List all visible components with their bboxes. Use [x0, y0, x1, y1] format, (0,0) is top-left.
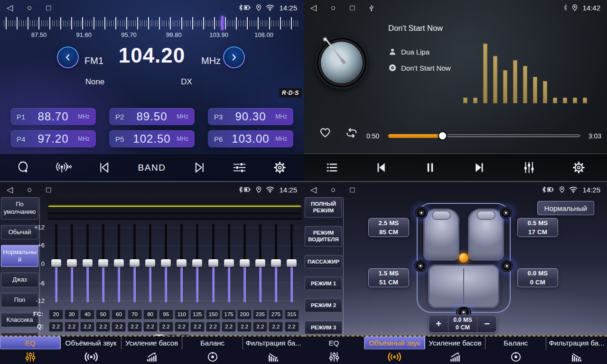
- album-art[interactable]: [315, 36, 368, 89]
- q-value-box[interactable]: 2.2: [159, 322, 173, 332]
- previous-button[interactable]: [374, 161, 388, 174]
- tab-bass-boost[interactable]: Усиление басов: [121, 337, 182, 364]
- back-nav-icon[interactable]: ◁: [310, 4, 317, 12]
- settings-button[interactable]: [572, 161, 586, 174]
- eq-band-slider[interactable]: [159, 224, 174, 302]
- slider-knob[interactable]: [271, 259, 281, 267]
- preset-button-p2[interactable]: P289.50MHz: [109, 108, 195, 125]
- listening-position-marker[interactable]: [459, 253, 468, 263]
- slider-knob[interactable]: [208, 259, 218, 267]
- eq-band-slider[interactable]: [190, 224, 205, 302]
- fc-value-box[interactable]: 275: [269, 309, 283, 319]
- preset-button-p4[interactable]: P497.20MHz: [10, 130, 96, 147]
- fc-value-box[interactable]: 200: [237, 309, 252, 319]
- home-nav-icon[interactable]: ○: [27, 186, 32, 194]
- settings-button[interactable]: [273, 161, 287, 174]
- q-value-box[interactable]: 2.2: [96, 322, 110, 332]
- tab-balance[interactable]: Баланс: [182, 337, 243, 364]
- eq-band-slider[interactable]: [205, 224, 221, 302]
- q-value-box[interactable]: 2.2: [49, 322, 63, 332]
- eq-band-slider[interactable]: [64, 224, 79, 302]
- next-button[interactable]: [472, 161, 486, 174]
- fc-value-box[interactable]: 315: [285, 309, 299, 319]
- home-nav-icon[interactable]: ○: [331, 186, 336, 194]
- q-value-box[interactable]: 2.2: [80, 322, 94, 332]
- tab-crossover-filter[interactable]: Фильтрация ба...: [243, 337, 304, 364]
- slider-knob[interactable]: [177, 259, 187, 267]
- slider-knob[interactable]: [240, 259, 250, 267]
- fc-value-box[interactable]: 150: [206, 309, 220, 319]
- slider-knob[interactable]: [114, 259, 124, 267]
- fc-value-box[interactable]: 175: [222, 309, 236, 319]
- q-value-box[interactable]: 2.2: [206, 322, 220, 332]
- q-value-box[interactable]: 2.2: [190, 322, 205, 332]
- eq-band-slider[interactable]: [111, 224, 126, 302]
- eq-band-slider[interactable]: [80, 224, 95, 302]
- q-value-box[interactable]: 2.2: [112, 322, 126, 332]
- mode-item-2[interactable]: РЕЖИМ ВОДИТЕЛЯ: [305, 226, 342, 246]
- slider-knob[interactable]: [51, 259, 61, 267]
- mode-item-4[interactable]: РЕЖИМ 1: [305, 277, 342, 290]
- q-value-box[interactable]: 2.2: [269, 322, 283, 332]
- slider-knob[interactable]: [67, 259, 77, 267]
- q-value-box[interactable]: 2.2: [128, 322, 142, 332]
- q-value-box[interactable]: 2.2: [175, 322, 189, 332]
- slider-knob[interactable]: [224, 259, 234, 267]
- eq-band-slider[interactable]: [48, 224, 64, 302]
- slider-knob[interactable]: [287, 259, 297, 267]
- q-value-box[interactable]: 2.2: [143, 322, 158, 332]
- preset-button-p3[interactable]: P390.30MHz: [208, 108, 293, 125]
- frequency-dial[interactable]: 87.5091.6095.7099.80103.90108.00: [0, 16, 304, 39]
- eq-band-slider[interactable]: [174, 224, 189, 302]
- delay-decrease-button[interactable]: −: [477, 315, 496, 332]
- profile-button[interactable]: Нормальный: [537, 201, 594, 215]
- next-button[interactable]: [192, 161, 206, 174]
- preset-button-p1[interactable]: P188.70MHz: [10, 108, 96, 125]
- search-button[interactable]: [17, 161, 30, 174]
- rear-left-delay-button[interactable]: 1.5 MS 51 CM: [368, 268, 409, 287]
- fc-value-box[interactable]: 70: [128, 309, 142, 319]
- favorite-button[interactable]: [318, 125, 332, 138]
- tab-bass-boost[interactable]: Усиление басов: [425, 337, 486, 364]
- fc-value-box[interactable]: 80: [143, 309, 158, 319]
- q-value-box[interactable]: 2.2: [285, 322, 299, 332]
- eq-band-slider[interactable]: [268, 224, 283, 302]
- rear-right-delay-button[interactable]: 0.0 MS 0 CM: [517, 268, 558, 287]
- slider-knob[interactable]: [255, 259, 265, 267]
- slider-knob[interactable]: [83, 259, 93, 267]
- q-value-box[interactable]: 2.2: [237, 322, 252, 332]
- home-nav-icon[interactable]: ○: [331, 4, 336, 12]
- back-nav-icon[interactable]: ◁: [310, 186, 317, 194]
- fc-value-box[interactable]: 125: [190, 309, 205, 319]
- repeat-button[interactable]: [345, 127, 359, 139]
- tab-surround-sound[interactable]: Объёмный звук: [364, 337, 425, 364]
- eq-band-slider[interactable]: [284, 224, 299, 302]
- mode-item-3[interactable]: ПАССАЖИР: [305, 255, 342, 268]
- playlist-button[interactable]: [325, 161, 339, 174]
- front-left-delay-button[interactable]: 2.5 MS 85 CM: [368, 218, 409, 237]
- eq-band-slider[interactable]: [221, 224, 236, 302]
- recents-nav-icon[interactable]: □: [350, 186, 355, 194]
- eq-band-slider[interactable]: [143, 224, 158, 302]
- preset-button-p6[interactable]: P6103.00MHz: [208, 130, 293, 147]
- equalizer-button[interactable]: [522, 161, 536, 174]
- fc-value-box[interactable]: 95: [159, 309, 173, 319]
- recents-nav-icon[interactable]: □: [46, 186, 51, 194]
- pause-button[interactable]: [423, 161, 437, 174]
- preset-button-p5[interactable]: P5102.50MHz: [109, 130, 195, 147]
- recents-nav-icon[interactable]: □: [350, 4, 355, 12]
- recents-nav-icon[interactable]: □: [46, 4, 51, 12]
- radio-scan-button[interactable]: [56, 161, 72, 174]
- tab-eq[interactable]: EQ: [0, 337, 61, 364]
- eq-band-slider[interactable]: [127, 224, 142, 302]
- front-right-delay-button[interactable]: 0.5 MS 17 CM: [517, 218, 558, 237]
- mode-item-5[interactable]: РЕЖИМ 2: [305, 299, 342, 312]
- progress-knob[interactable]: [439, 132, 446, 139]
- previous-button[interactable]: [98, 161, 112, 174]
- eq-band-slider[interactable]: [237, 224, 252, 302]
- eq-band-slider[interactable]: [252, 224, 268, 302]
- q-value-box[interactable]: 2.2: [253, 322, 267, 332]
- home-nav-icon[interactable]: ○: [27, 4, 32, 12]
- slider-knob[interactable]: [98, 259, 108, 267]
- tune-up-button[interactable]: [223, 46, 245, 68]
